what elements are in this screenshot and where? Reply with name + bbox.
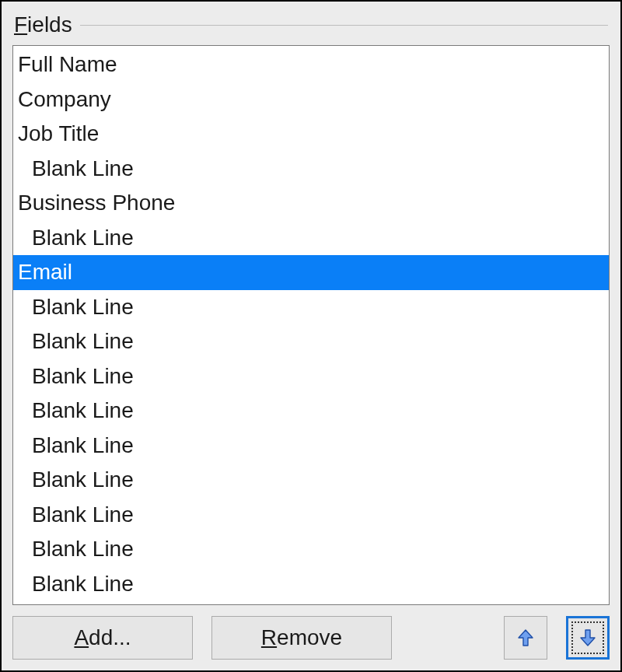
list-item-label: Blank Line: [32, 226, 134, 250]
list-item-label: Blank Line: [32, 398, 134, 422]
list-item[interactable]: Blank Line: [13, 290, 609, 325]
list-item[interactable]: Blank Line: [13, 324, 609, 359]
fields-group-mnemonic: F: [14, 12, 27, 37]
move-up-button[interactable]: [504, 616, 547, 660]
remove-button[interactable]: Remove: [211, 616, 392, 660]
list-item-label: Blank Line: [32, 572, 134, 596]
list-item[interactable]: Blank Line: [13, 463, 609, 498]
list-item[interactable]: Business Phone: [13, 186, 609, 221]
fields-toolbar: Add... Remove: [12, 616, 610, 660]
remove-button-rest: emove: [277, 625, 342, 649]
list-item[interactable]: Blank Line: [13, 429, 609, 464]
move-down-button[interactable]: [566, 616, 610, 660]
list-item[interactable]: Company: [13, 82, 609, 117]
remove-button-mnemonic: R: [261, 625, 277, 649]
list-item[interactable]: Blank Line: [13, 498, 609, 533]
fields-group-rest: ields: [27, 12, 72, 37]
list-item-label: Business Phone: [18, 191, 175, 215]
list-item[interactable]: Full Name: [13, 47, 609, 82]
fields-group-label: Fields: [14, 14, 72, 36]
list-item[interactable]: Blank Line: [13, 152, 609, 187]
list-item[interactable]: Email: [13, 255, 609, 290]
list-item-label: Blank Line: [32, 433, 134, 457]
toolbar-spacer: [411, 616, 485, 660]
add-button[interactable]: Add...: [12, 616, 193, 660]
add-button-mnemonic: A: [74, 625, 89, 649]
list-item-label: Company: [18, 87, 111, 111]
fields-panel: Fields Full NameCompanyJob TitleBlank Li…: [0, 0, 622, 672]
list-item-label: Job Title: [18, 121, 99, 145]
list-item-label: Email: [18, 260, 72, 284]
arrow-up-icon: [517, 628, 534, 647]
fields-listbox[interactable]: Full NameCompanyJob TitleBlank LineBusin…: [12, 45, 610, 605]
list-item-label: Blank Line: [32, 467, 134, 492]
list-item-label: Full Name: [18, 52, 117, 76]
list-item[interactable]: Blank Line: [13, 359, 609, 394]
list-item-label: Blank Line: [32, 364, 134, 388]
list-item-label: Blank Line: [32, 295, 134, 319]
list-item[interactable]: Blank Line: [13, 532, 609, 567]
header-rule: [80, 25, 608, 26]
list-item[interactable]: Blank Line: [13, 394, 609, 429]
fields-group-header: Fields: [14, 9, 608, 40]
list-item-label: Blank Line: [32, 156, 134, 180]
list-item[interactable]: Job Title: [13, 117, 609, 152]
list-item-label: Blank Line: [32, 537, 134, 561]
list-item-label: Blank Line: [32, 329, 134, 353]
list-item-label: Blank Line: [32, 502, 134, 527]
arrow-down-icon: [579, 628, 596, 647]
list-item[interactable]: Blank Line: [13, 567, 609, 602]
list-item[interactable]: Blank Line: [13, 221, 609, 256]
add-button-rest: dd...: [89, 625, 131, 649]
